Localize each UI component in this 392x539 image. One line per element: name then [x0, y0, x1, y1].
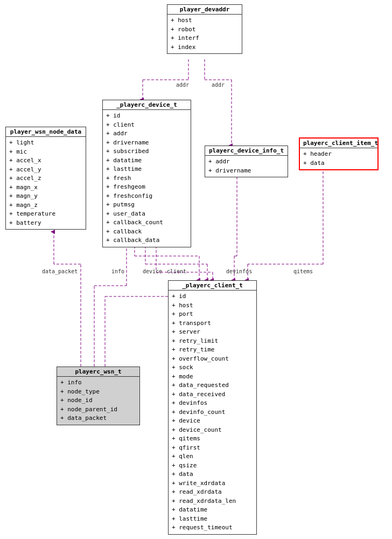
table-player-devaddr-body: + host + robot + interf + index: [167, 15, 242, 53]
diagram-container: addr addr data_packet info device client…: [0, 0, 392, 539]
table-playerc-wsn-t-body: + info + node_type + node_id + node_pare…: [57, 377, 139, 425]
table-player-wsn-node-data: player_wsn_node_data + light + mic + acc…: [5, 127, 86, 230]
table-player-wsn-node-data-header: player_wsn_node_data: [6, 127, 86, 137]
label-devinfos: devinfos: [226, 268, 252, 274]
table-playerc-device-info-t: playerc_device_info_t + addr + drivernam…: [205, 146, 288, 177]
table-playerc-client-t-body: + id + host + port + transport + server …: [169, 291, 256, 534]
table-playerc-device-t: _playerc_device_t + id + client + addr +…: [102, 100, 191, 247]
table-playerc-device-t-body: + id + client + addr + drivername + subs…: [103, 110, 191, 247]
label-client: client: [167, 268, 186, 274]
table-playerc-client-item-t: playerc_client_item_t + header + data: [299, 137, 379, 170]
table-playerc-device-t-header: _playerc_device_t: [103, 100, 191, 110]
table-player-wsn-node-data-body: + light + mic + accel_x + accel_y + acce…: [6, 137, 86, 229]
label-device: device: [143, 268, 162, 274]
table-playerc-client-t-header: _playerc_client_t: [169, 281, 256, 291]
label-data-packet: data_packet: [42, 268, 78, 274]
table-playerc-wsn-t-header: playerc_wsn_t: [57, 367, 139, 377]
table-playerc-client-item-t-body: + header + data: [300, 148, 377, 169]
table-player-devaddr: player_devaddr + host + robot + interf +…: [167, 4, 242, 54]
label-addr2: addr: [212, 82, 225, 88]
table-playerc-wsn-t: playerc_wsn_t + info + node_type + node_…: [57, 367, 140, 425]
table-playerc-device-info-t-header: playerc_device_info_t: [205, 146, 288, 156]
table-playerc-client-item-t-header: playerc_client_item_t: [300, 139, 377, 148]
table-player-devaddr-header: player_devaddr: [167, 5, 242, 15]
label-qitems: qitems: [293, 268, 313, 274]
label-addr1: addr: [176, 82, 189, 88]
table-playerc-device-info-t-body: + addr + drivername: [205, 156, 288, 177]
table-playerc-client-t: _playerc_client_t + id + host + port + t…: [168, 280, 257, 535]
label-info: info: [111, 268, 124, 274]
